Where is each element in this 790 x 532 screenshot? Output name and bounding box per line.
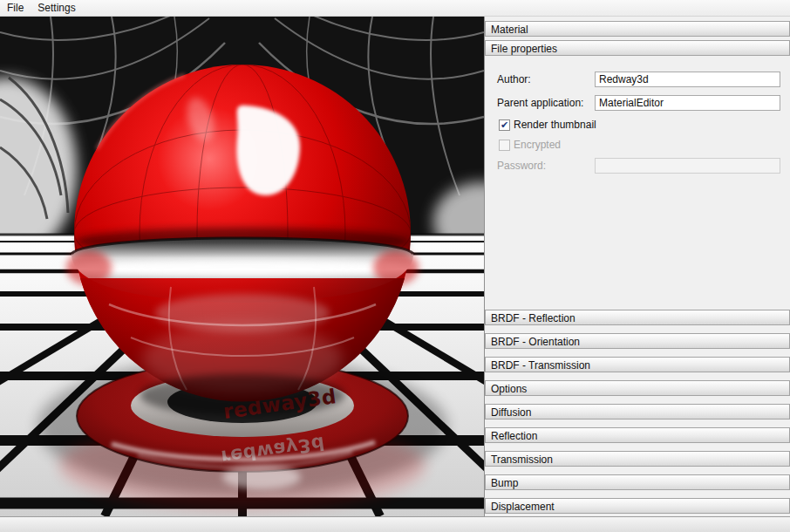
section-header-options[interactable]: Options bbox=[485, 380, 790, 396]
floor-highlight bbox=[222, 465, 301, 489]
panel-title-material[interactable]: Material bbox=[485, 21, 790, 37]
author-label: Author: bbox=[497, 74, 531, 85]
parent-application-label: Parent application: bbox=[497, 98, 583, 109]
section-header-file-properties[interactable]: File properties bbox=[485, 40, 790, 56]
section-header-brdf-reflection[interactable]: BRDF - Reflection bbox=[485, 310, 790, 325]
menu-file[interactable]: File bbox=[0, 0, 31, 16]
main-content: redway3d redway3d bbox=[0, 17, 790, 516]
section-header-transmission[interactable]: Transmission bbox=[485, 451, 790, 467]
section-header-reflection[interactable]: Reflection bbox=[485, 427, 790, 443]
render-thumbnail-checkbox[interactable]: ✔ bbox=[499, 119, 510, 131]
parent-application-input[interactable] bbox=[595, 95, 780, 111]
section-header-bump[interactable]: Bump bbox=[485, 474, 790, 490]
status-bar bbox=[0, 516, 790, 532]
checkbox-check-icon: ✔ bbox=[501, 119, 508, 130]
encrypted-checkbox bbox=[499, 140, 510, 151]
password-input bbox=[595, 158, 780, 174]
material-preview-render: redway3d redway3d bbox=[0, 17, 484, 516]
password-label: Password: bbox=[497, 160, 546, 172]
author-input[interactable] bbox=[595, 72, 780, 87]
section-header-displacement[interactable]: Displacement bbox=[485, 498, 790, 514]
menu-bar: File Settings bbox=[0, 0, 790, 17]
section-header-brdf-orientation[interactable]: BRDF - Orientation bbox=[485, 333, 790, 349]
section-header-brdf-transmission[interactable]: BRDF - Transmission bbox=[485, 357, 790, 372]
preview-viewport[interactable]: redway3d redway3d bbox=[0, 17, 484, 516]
render-thumbnail-label: Render thumbnail bbox=[514, 119, 596, 131]
material-properties-panel: Material File properties Author: Parent … bbox=[484, 17, 790, 516]
menu-settings[interactable]: Settings bbox=[31, 0, 82, 16]
encrypted-label: Encrypted bbox=[514, 140, 561, 151]
section-header-diffusion[interactable]: Diffusion bbox=[485, 404, 790, 419]
